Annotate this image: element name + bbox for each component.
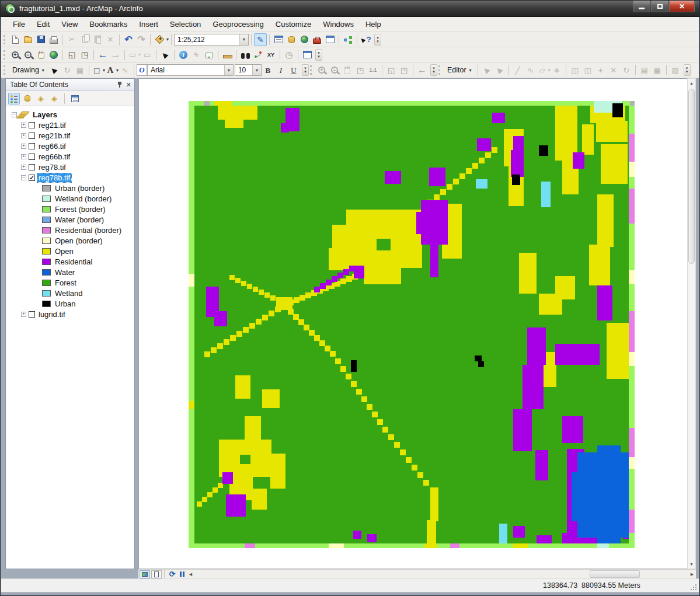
clear-selection-button[interactable]: ▭ <box>141 48 154 61</box>
arctoolbox-button[interactable] <box>311 33 323 46</box>
layer-label[interactable]: reg21.tif <box>37 121 67 130</box>
menu-selection[interactable]: Selection <box>164 18 207 31</box>
copy-button[interactable] <box>78 33 91 46</box>
layer-label[interactable]: reg78b.tif <box>37 173 71 182</box>
zoom-out-button[interactable]: − <box>22 48 34 61</box>
toolbar-grip[interactable] <box>310 65 313 75</box>
legend-item-urban[interactable]: Urban <box>6 298 134 309</box>
move-button[interactable]: + <box>594 64 607 76</box>
list-by-drawing-order-button[interactable] <box>8 93 20 104</box>
scroll-up-icon[interactable]: ▲ <box>688 79 695 88</box>
layout-pan-button[interactable] <box>341 64 354 76</box>
legend-item-wetland[interactable]: Wetland <box>6 288 134 298</box>
toc-options-button[interactable] <box>69 93 81 104</box>
layer-checkbox[interactable] <box>29 133 35 139</box>
select-features-button[interactable]: ▭▾ <box>127 48 141 61</box>
horizontal-scroll-track[interactable] <box>196 570 688 579</box>
python-window-button[interactable] <box>323 33 336 46</box>
layout-view-button[interactable] <box>151 570 162 578</box>
menu-edit[interactable]: Edit <box>31 18 55 31</box>
expander-icon[interactable]: − <box>12 112 17 117</box>
layout-fixed-zoom-out-button[interactable]: ◳ <box>398 64 410 76</box>
drawing-menu-button[interactable]: Drawing▾ <box>9 65 48 75</box>
whats-this-button[interactable]: ◀? <box>360 33 372 46</box>
legend-swatch[interactable] <box>42 301 51 307</box>
toolbar-grip[interactable] <box>4 50 6 60</box>
layer-label[interactable]: reg78.tif <box>37 163 67 172</box>
expander-icon[interactable]: + <box>21 133 26 138</box>
legend-item-residential[interactable]: Residential <box>6 256 134 267</box>
layout-zoom-out-button[interactable]: − <box>328 64 341 76</box>
refresh-view-button[interactable]: ⟳ <box>167 570 177 578</box>
menu-insert[interactable]: Insert <box>133 18 164 31</box>
font-size-dropdown-button[interactable]: ▾ <box>252 65 261 75</box>
scroll-right-icon[interactable]: ▶ <box>688 570 696 578</box>
legend-swatch[interactable] <box>42 280 51 286</box>
new-document-button[interactable] <box>9 33 22 46</box>
text-tool-button[interactable]: A▾ <box>105 64 119 76</box>
edit-annotation-tool-button[interactable]: ◀ <box>493 64 506 76</box>
menu-view[interactable]: View <box>55 18 83 31</box>
legend-swatch[interactable] <box>42 259 51 265</box>
font-combo[interactable]: Arial ▾ <box>147 64 234 76</box>
cut-button[interactable]: ✂ <box>65 33 78 46</box>
layout-zoom-100-button[interactable]: 1:1 <box>367 64 379 76</box>
font-size-combo[interactable]: 10 ▾ <box>235 64 262 76</box>
layer-label[interactable]: reg66.tif <box>37 142 67 151</box>
toc-layer-reg66b-tif[interactable]: +reg66b.tif <box>6 151 134 162</box>
find-route-button[interactable] <box>252 48 264 61</box>
viewer-window-button[interactable] <box>301 48 314 61</box>
redo-button[interactable]: ↷ <box>135 33 148 46</box>
delete-button[interactable]: ✕ <box>104 33 117 46</box>
legend-swatch[interactable] <box>42 248 51 255</box>
save-button[interactable] <box>34 33 47 46</box>
legend-swatch[interactable] <box>42 196 51 202</box>
cut-polygons-button[interactable]: ◫ <box>569 64 581 76</box>
menu-customize[interactable]: Customize <box>270 18 317 31</box>
layer-label[interactable]: lugrid.tif <box>37 310 67 319</box>
legend-item-forest-border-[interactable]: Forest (border) <box>6 204 134 214</box>
toc-layer-reg78b-tif[interactable]: −✓reg78b.tif <box>6 172 134 183</box>
scroll-left-icon[interactable]: ◀ <box>187 570 194 578</box>
pan-button[interactable] <box>34 48 47 61</box>
rotate-element-button[interactable]: ↻ <box>61 64 74 76</box>
layer-checkbox[interactable] <box>29 164 35 170</box>
list-by-visibility-button[interactable]: ◈ <box>35 93 47 104</box>
toc-header[interactable]: Table Of Contents ✕ <box>6 79 134 91</box>
legend-swatch[interactable] <box>42 206 51 212</box>
zoom-in-button[interactable]: + <box>9 48 22 61</box>
title-bar[interactable]: fragtutorial_1.mxd - ArcMap - ArcInfo ✕ <box>1 1 699 17</box>
layout-fixed-zoom-in-button[interactable]: ◱ <box>385 64 398 76</box>
scroll-down-icon[interactable]: ▼ <box>688 560 695 569</box>
layer-label[interactable]: reg66b.tif <box>37 152 71 161</box>
map-raster[interactable] <box>189 101 635 548</box>
expander-icon[interactable]: + <box>21 154 26 159</box>
pin-icon[interactable] <box>117 81 123 88</box>
snapping-button[interactable]: ∗ <box>551 64 563 76</box>
html-popup-button[interactable] <box>203 48 215 61</box>
underline-button[interactable]: U <box>287 64 300 76</box>
menu-geoprocessing[interactable]: Geoprocessing <box>207 18 269 31</box>
select-elements-button[interactable]: ◀ <box>48 64 61 76</box>
symbol-style-button[interactable]: O <box>137 64 147 76</box>
rotate-tool-button[interactable]: ↻ <box>620 64 633 76</box>
horizontal-scroll-thumb[interactable] <box>590 570 640 578</box>
legend-swatch[interactable] <box>42 185 51 191</box>
legend-item-water-border-[interactable]: Water (border) <box>6 214 134 225</box>
expander-icon[interactable]: + <box>21 123 26 128</box>
toolbar-overflow-button[interactable]: ▾▾ <box>374 34 381 46</box>
pause-drawing-button[interactable] <box>177 570 187 578</box>
toc-layer-reg66-tif[interactable]: +reg66.tif <box>6 141 134 151</box>
go-back-extent-button[interactable]: ← <box>96 48 109 61</box>
toc-layer-reg21b-tif[interactable]: +reg21b.tif <box>6 130 134 141</box>
sketch-properties-button[interactable]: ▦ <box>651 64 664 76</box>
toolbar-overflow-button[interactable]: ▾▾ <box>315 49 322 61</box>
add-data-button[interactable] <box>153 33 166 46</box>
expander-icon[interactable]: − <box>21 175 26 180</box>
layer-checkbox[interactable] <box>29 154 35 160</box>
trim-button[interactable]: ✕ <box>607 64 620 76</box>
polygon-caret[interactable]: ▾ <box>548 68 551 73</box>
menu-bookmarks[interactable]: Bookmarks <box>83 18 133 31</box>
expander-icon[interactable]: + <box>21 144 26 149</box>
menu-file[interactable]: File <box>7 18 31 31</box>
